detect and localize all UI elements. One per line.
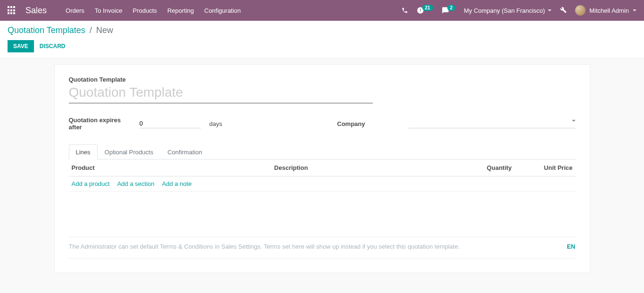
menu-products[interactable]: Products <box>133 7 157 14</box>
form-wrapper: Quotation Template Quotation expires aft… <box>0 59 644 287</box>
add-section-link[interactable]: Add a section <box>117 180 154 187</box>
debug-icon[interactable] <box>560 7 567 15</box>
chevron-down-icon <box>548 9 552 11</box>
chevron-down-icon <box>572 120 576 122</box>
user-menu[interactable]: Mitchell Admin <box>575 5 636 16</box>
navbar-right: 21 2 My Company (San Francisco) Mitchell… <box>401 5 636 16</box>
avatar <box>575 5 585 16</box>
expires-label: Quotation expires after <box>69 117 135 131</box>
discard-button[interactable]: DISCARD <box>40 43 66 50</box>
company-field: Company <box>337 117 576 131</box>
breadcrumb-parent[interactable]: Quotation Templates <box>8 25 85 35</box>
terms-row: EN <box>69 237 576 259</box>
tabs: Lines Optional Products Confirmation <box>69 144 576 159</box>
breadcrumb: Quotation Templates / New <box>8 25 636 35</box>
company-switcher[interactable]: My Company (San Francisco) <box>464 7 552 14</box>
form-sheet: Quotation Template Quotation expires aft… <box>54 64 590 273</box>
template-name-input[interactable] <box>69 83 373 103</box>
chevron-down-icon <box>633 9 636 11</box>
menu-to-invoice[interactable]: To Invoice <box>95 7 123 14</box>
save-button[interactable]: SAVE <box>8 40 34 52</box>
add-product-link[interactable]: Add a product <box>72 180 110 187</box>
tab-optional-products[interactable]: Optional Products <box>98 144 160 159</box>
breadcrumb-separator: / <box>90 25 92 35</box>
apps-icon[interactable] <box>8 6 16 15</box>
col-description: Description <box>271 159 454 176</box>
company-label: Company <box>337 120 403 127</box>
add-note-link[interactable]: Add a note <box>162 180 192 187</box>
action-buttons: SAVE DISCARD <box>8 40 636 52</box>
terms-lang-button[interactable]: EN <box>567 243 575 250</box>
expires-suffix: days <box>209 120 222 127</box>
lines-table: Product Description Quantity Unit Price … <box>69 159 576 226</box>
messages-badge: 2 <box>447 5 456 11</box>
col-product: Product <box>69 159 272 176</box>
col-quantity: Quantity <box>454 159 515 176</box>
app-brand[interactable]: Sales <box>25 6 47 16</box>
phone-icon[interactable] <box>401 7 408 14</box>
lines-table-area: Product Description Quantity Unit Price … <box>69 159 576 226</box>
breadcrumb-current: New <box>96 25 113 35</box>
title-label: Quotation Template <box>69 76 576 83</box>
expires-input[interactable] <box>140 119 201 128</box>
main-menu: Orders To Invoice Products Reporting Con… <box>66 7 241 14</box>
field-group: Quotation expires after days Company <box>69 117 576 131</box>
add-links-row: Add a product Add a section Add a note <box>69 176 576 192</box>
messages-icon[interactable]: 2 <box>442 7 456 14</box>
col-unit-price: Unit Price <box>515 159 576 176</box>
tab-confirmation[interactable]: Confirmation <box>160 144 209 159</box>
company-name: My Company (San Francisco) <box>464 7 545 14</box>
tab-lines[interactable]: Lines <box>69 144 98 159</box>
company-dropdown[interactable] <box>408 119 576 128</box>
user-name: Mitchell Admin <box>589 7 629 14</box>
activities-icon[interactable]: 21 <box>417 7 433 14</box>
expires-field: Quotation expires after days <box>69 117 307 131</box>
terms-textarea[interactable] <box>69 243 560 252</box>
control-panel: Quotation Templates / New SAVE DISCARD <box>0 21 644 59</box>
navbar: Sales Orders To Invoice Products Reporti… <box>0 0 644 21</box>
menu-configuration[interactable]: Configuration <box>204 7 241 14</box>
menu-orders[interactable]: Orders <box>66 7 84 14</box>
activities-badge: 21 <box>422 5 433 11</box>
menu-reporting[interactable]: Reporting <box>167 7 194 14</box>
